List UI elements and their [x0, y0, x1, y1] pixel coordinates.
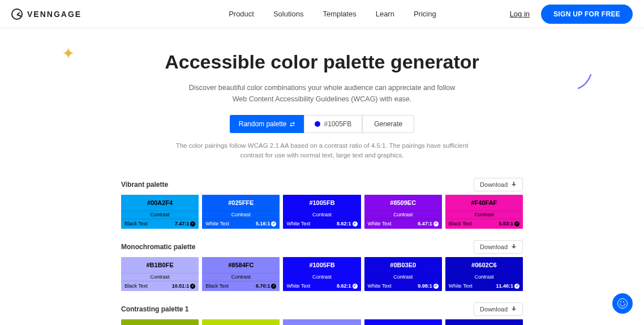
palette-group: Monochromatic paletteDownload#B1B0FECont… [121, 240, 523, 291]
swatch-ratio: 8.62:1✓ [337, 283, 358, 289]
swatch-contrast-row: White Text11.46:1✓ [445, 281, 523, 291]
check-icon: ✓ [190, 284, 195, 289]
swatch-hex: #1005FB [283, 195, 360, 211]
download-button[interactable]: Download [474, 302, 523, 316]
help-button[interactable] [612, 293, 633, 314]
swatch-ratio: 6.70:1✓ [256, 283, 277, 289]
check-icon: ✓ [514, 221, 520, 226]
swatch-row: #B1B0FEContrastBlack Text10.51:1✓#8584FC… [121, 257, 523, 291]
color-input[interactable]: #1005FB [304, 115, 362, 133]
check-icon: ✓ [353, 284, 358, 289]
swatch-contrast-row: White Text6.47:1✓ [364, 219, 442, 229]
swatch-contrast-label: Contrast [364, 273, 442, 281]
swatch-text-label: Black Text [124, 283, 148, 289]
swatch-row: #8CB100ContrastBlack Text6.40:1✓#BBDC00C… [121, 319, 523, 326]
page-title: Accessible color palette generator [118, 51, 526, 73]
signup-button[interactable]: SIGN UP FOR FREE [541, 5, 633, 24]
swatch-text-label: White Text [205, 221, 229, 226]
swatch-text-label: Black Text [124, 221, 148, 226]
palette-title: Vibrant palette [121, 181, 168, 189]
swatch-contrast-label: Contrast [445, 211, 523, 219]
color-swatch[interactable]: #1005FBContrastWhite Text8.62:1✓ [364, 319, 442, 326]
swatch-hex: #8509EC [364, 195, 442, 211]
login-link[interactable]: Log in [510, 10, 530, 18]
header-right: Log in SIGN UP FOR FREE [510, 5, 633, 24]
nav-learn[interactable]: Learn [376, 10, 394, 18]
color-swatch[interactable]: #8584FCContrastBlack Text6.70:1✓ [202, 257, 280, 291]
swatch-contrast-row: White Text8.62:1✓ [283, 281, 360, 291]
download-label: Download [480, 306, 508, 313]
logo[interactable]: VENNGAGE [11, 8, 81, 20]
color-swatch[interactable]: #0B03E0ContrastWhite Text9.98:1✓ [364, 257, 442, 291]
swatch-hex: #0602C6 [445, 319, 523, 326]
color-swatch[interactable]: #0602C6ContrastWhite Text11.46:1✓ [445, 257, 523, 291]
swatch-hex: #025FFE [202, 195, 280, 211]
swatch-contrast-label: Contrast [364, 211, 442, 219]
color-swatch[interactable]: #8584FCContrastBlack Text6.70:1✓ [283, 319, 360, 326]
color-swatch[interactable]: #B1B0FEContrastBlack Text10.51:1✓ [121, 257, 199, 291]
color-hex-value: #1005FB [324, 120, 351, 128]
brand-name: VENNGAGE [27, 10, 81, 19]
nav-templates[interactable]: Templates [323, 10, 356, 18]
swatch-contrast-label: Contrast [202, 211, 280, 219]
check-icon: ✓ [353, 221, 358, 226]
swatch-contrast-label: Contrast [121, 211, 199, 219]
swatch-hex: #0602C6 [445, 257, 523, 273]
color-swatch[interactable]: #1005FBContrastWhite Text8.62:1✓ [283, 257, 360, 291]
header: VENNGAGE Product Solutions Templates Lea… [0, 0, 644, 28]
swatch-ratio: 10.51:1✓ [172, 283, 196, 289]
download-button[interactable]: Download [474, 178, 523, 191]
palette-header: Contrasting palette 1Download [121, 302, 523, 316]
download-label: Download [480, 243, 508, 250]
nav-product[interactable]: Product [229, 10, 254, 18]
color-swatch[interactable]: #1005FBContrastWhite Text8.62:1✓ [283, 195, 360, 229]
swatch-hex: #8584FC [202, 257, 280, 273]
swatch-contrast-row: Black Text10.51:1✓ [121, 281, 199, 291]
random-palette-button[interactable]: Random palette ⇄ [230, 115, 304, 133]
palette-group: Vibrant paletteDownload#00A2F4ContrastBl… [121, 178, 523, 229]
swatch-hex: #0B03E0 [364, 257, 442, 273]
swatch-ratio: 8.62:1✓ [337, 221, 358, 226]
swatch-contrast-row: Black Text7.47:1✓ [121, 219, 199, 229]
color-swatch[interactable]: #F40FAFContrastBlack Text5.53:1✓ [445, 195, 523, 229]
swatch-ratio: 5.53:1✓ [499, 221, 520, 226]
swatch-contrast-row: White Text9.98:1✓ [364, 281, 442, 291]
color-swatch[interactable]: #0602C6ContrastWhite Text11.46:1✓ [445, 319, 523, 326]
color-swatch[interactable]: #025FFEContrastWhite Text5.16:1✓ [202, 195, 280, 229]
generate-button[interactable]: Generate [362, 115, 414, 133]
random-palette-label: Random palette [239, 120, 287, 128]
subtitle: Discover beautiful color combinations yo… [186, 82, 458, 105]
sparkle-icon: ✦ [62, 44, 75, 63]
check-icon: ✓ [190, 221, 195, 226]
nav-pricing[interactable]: Pricing [414, 10, 436, 18]
swatch-row: #00A2F4ContrastBlack Text7.47:1✓#025FFEC… [121, 195, 523, 229]
download-icon [511, 182, 517, 187]
swatch-hex: #F40FAF [445, 195, 523, 211]
nav-solutions[interactable]: Solutions [273, 10, 303, 18]
color-swatch[interactable]: #BBDC00ContrastBlack Text13.35:1✓ [202, 319, 280, 326]
check-icon: ✓ [271, 284, 276, 289]
swatch-contrast-label: Contrast [283, 211, 360, 219]
swatch-text-label: Black Text [205, 283, 229, 289]
swatch-contrast-row: Black Text5.53:1✓ [445, 219, 523, 229]
swatch-contrast-label: Contrast [445, 273, 523, 281]
palette-title: Contrasting palette 1 [121, 305, 188, 313]
download-label: Download [480, 181, 508, 188]
swatch-contrast-label: Contrast [121, 273, 199, 281]
swatch-ratio: 5.16:1✓ [256, 221, 277, 226]
color-swatch[interactable]: #8509ECContrastWhite Text6.47:1✓ [364, 195, 442, 229]
hero: ✦ Accessible color palette generator Dis… [118, 51, 526, 161]
swatch-text-label: White Text [368, 221, 392, 226]
color-swatch[interactable]: #8CB100ContrastBlack Text6.40:1✓ [121, 319, 199, 326]
check-icon: ✓ [514, 284, 520, 289]
swatch-ratio: 7.47:1✓ [175, 221, 196, 226]
smile-icon [617, 298, 628, 309]
main-nav: Product Solutions Templates Learn Pricin… [229, 10, 436, 18]
logo-icon [11, 8, 23, 20]
check-icon: ✓ [271, 221, 276, 226]
color-swatch-dot [315, 121, 320, 127]
color-swatch[interactable]: #00A2F4ContrastBlack Text7.47:1✓ [121, 195, 199, 229]
swatch-hex: #00A2F4 [121, 195, 199, 211]
swatch-text-label: Black Text [449, 221, 472, 226]
download-button[interactable]: Download [474, 240, 523, 254]
